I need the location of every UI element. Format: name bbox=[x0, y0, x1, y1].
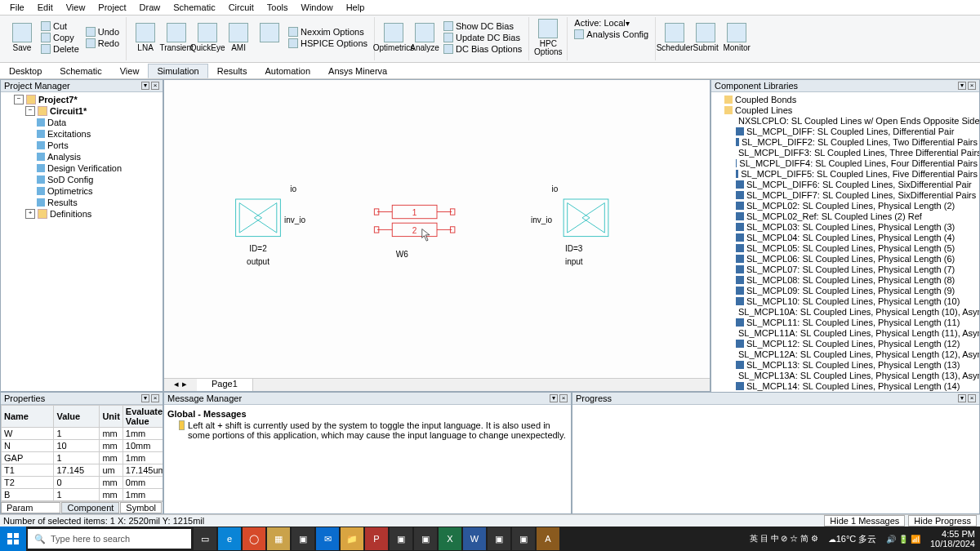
table-row[interactable]: B1mm1mm bbox=[2, 489, 163, 501]
cell[interactable]: T1 bbox=[2, 464, 54, 477]
library-item[interactable]: SL_MCPL_DIFF3: SL Coupled Lines, Three D… bbox=[736, 147, 978, 158]
scheduler-button[interactable]: Scheduler bbox=[659, 17, 690, 58]
taskbar-app-icon[interactable]: ▣ bbox=[414, 527, 437, 550]
taskbar-app-icon[interactable]: P bbox=[365, 527, 388, 550]
library-item[interactable]: SL_MCPL13: SL Coupled Lines, Physical Le… bbox=[736, 359, 978, 370]
cell[interactable]: 1 bbox=[54, 428, 100, 440]
redo-button[interactable]: Redo bbox=[84, 38, 121, 49]
cell[interactable]: mm bbox=[100, 477, 122, 489]
menu-window[interactable]: Window bbox=[295, 2, 340, 13]
library-item[interactable]: SL_MCPL_DIFF: SL Coupled Lines, Differen… bbox=[736, 126, 978, 136]
taskbar-app-icon[interactable]: X bbox=[439, 527, 461, 550]
hspice-options-button[interactable]: HSPICE Options bbox=[287, 38, 369, 49]
cell[interactable]: mm bbox=[100, 452, 122, 464]
cell[interactable]: 10 bbox=[54, 440, 100, 452]
library-item[interactable]: SL_MCPL11: SL Coupled Lines, Physical Le… bbox=[736, 317, 978, 327]
props-tab-param[interactable]: Param Values bbox=[1, 502, 60, 513]
submit-button[interactable]: Submit bbox=[690, 17, 721, 58]
close-icon[interactable]: × bbox=[151, 394, 159, 402]
taskbar-app-icon[interactable]: ▣ bbox=[512, 527, 535, 550]
nexxim-options-button[interactable]: Nexxim Options bbox=[287, 26, 369, 38]
ami-button[interactable]: AMI bbox=[223, 17, 254, 58]
tab-automation[interactable]: Automation bbox=[256, 64, 319, 78]
hpc-options-button[interactable]: HPC Options bbox=[532, 17, 564, 58]
tree-data[interactable]: Data bbox=[37, 117, 161, 128]
pin-icon[interactable]: ▾ bbox=[550, 394, 558, 402]
cell[interactable]: 0 bbox=[54, 477, 100, 489]
quickeye-button[interactable]: QuickEye bbox=[192, 17, 223, 58]
tab-desktop[interactable]: Desktop bbox=[0, 64, 51, 78]
menu-circuit[interactable]: Circuit bbox=[222, 2, 261, 13]
start-button[interactable] bbox=[0, 527, 26, 551]
ime-indicator[interactable]: 英 目 中 ⊘ ☆ 简 ⚙ bbox=[745, 533, 823, 544]
library-item[interactable]: SL_MCPL12A: SL Coupled Lines, Physical L… bbox=[736, 349, 978, 359]
cut-button[interactable]: Cut bbox=[39, 20, 81, 32]
col-value[interactable]: Value bbox=[54, 406, 100, 428]
library-item[interactable]: SL_MCPL12: SL Coupled Lines, Physical Le… bbox=[736, 338, 978, 349]
taskbar-app-icon[interactable]: ▦ bbox=[267, 527, 290, 550]
library-item[interactable]: SL_MCPL_DIFF7: SL Coupled Lines, SixDiff… bbox=[736, 189, 978, 200]
library-item[interactable]: SL_MCPL02: SL Coupled Lines, Physical Le… bbox=[736, 200, 978, 211]
table-row[interactable]: GAP1mm1mm bbox=[2, 452, 163, 464]
analyze-button[interactable]: Analyze bbox=[409, 17, 440, 58]
weather-widget[interactable]: ☁ 16°C 多云 bbox=[823, 533, 882, 545]
definitions-node[interactable]: Definitions bbox=[25, 208, 161, 220]
library-item[interactable]: SL_MCPL08: SL Coupled Lines, Physical Le… bbox=[736, 274, 978, 285]
cell[interactable]: 1mm bbox=[122, 452, 163, 464]
schematic-canvas[interactable]: io inv_io ID=2 output 1 2 W6 bbox=[164, 80, 710, 378]
message-group[interactable]: Global - Messages bbox=[167, 409, 247, 419]
tab-simulation[interactable]: Simulation bbox=[148, 64, 207, 78]
menu-schematic[interactable]: Schematic bbox=[167, 2, 221, 13]
table-row[interactable]: T117.145um17.145um bbox=[2, 464, 163, 477]
cell[interactable]: B bbox=[2, 489, 54, 501]
hide-messages-button[interactable]: Hide 1 Messages bbox=[824, 515, 905, 527]
library-item[interactable]: SL_MCPL_DIFF2: SL Coupled Lines, Two Dif… bbox=[736, 136, 978, 147]
cell[interactable]: 0mm bbox=[122, 477, 163, 489]
props-tab-component[interactable]: Component bbox=[61, 502, 119, 513]
tree-optimetrics[interactable]: Optimetrics bbox=[37, 185, 161, 197]
close-icon[interactable]: × bbox=[968, 82, 976, 90]
table-row[interactable]: W1mm1mm bbox=[2, 428, 163, 440]
monitor-button[interactable]: Monitor bbox=[721, 17, 752, 58]
analysis-config-button[interactable]: Analysis Config bbox=[572, 29, 650, 40]
taskbar-app-icon[interactable]: e bbox=[218, 527, 241, 550]
taskbar-app-icon[interactable]: 📁 bbox=[341, 527, 363, 550]
pin-icon[interactable]: ▾ bbox=[958, 394, 966, 402]
cell[interactable]: mm bbox=[100, 428, 122, 440]
cell[interactable]: mm bbox=[100, 489, 122, 501]
library-item[interactable]: SL_MCPL10: SL Coupled Lines, Physical Le… bbox=[736, 295, 978, 306]
sim-expand-button[interactable] bbox=[254, 17, 285, 58]
tab-view[interactable]: View bbox=[111, 64, 149, 78]
hide-progress-button[interactable]: Hide Progress bbox=[908, 515, 977, 527]
col-unit[interactable]: Unit bbox=[100, 406, 122, 428]
menu-project[interactable]: Project bbox=[91, 2, 132, 13]
cell[interactable]: N bbox=[2, 440, 54, 452]
cell[interactable]: 1mm bbox=[122, 428, 163, 440]
cell[interactable]: 17.145 bbox=[54, 464, 100, 477]
library-item[interactable]: SL_MCPL_DIFF5: SL Coupled Lines, Five Di… bbox=[736, 168, 978, 179]
tab-schematic[interactable]: Schematic bbox=[51, 64, 110, 78]
properties-table[interactable]: Name Value Unit Evaluated Value W1mm1mmN… bbox=[1, 405, 163, 501]
library-item[interactable]: SL_MCPL09: SL Coupled Lines, Physical Le… bbox=[736, 285, 978, 295]
library-item[interactable]: SL_MCPL10A: SL Coupled Lines, Physical L… bbox=[736, 306, 978, 317]
cell[interactable]: W bbox=[2, 428, 54, 440]
update-dc-bias-button[interactable]: Update DC Bias bbox=[442, 32, 523, 43]
save-button[interactable]: Save bbox=[7, 17, 38, 58]
library-item[interactable]: SL_MCPL03: SL Coupled Lines, Physical Le… bbox=[736, 221, 978, 232]
library-item[interactable]: SL_MCPL_DIFF4: SL Coupled Lines, Four Di… bbox=[736, 158, 978, 168]
project-root[interactable]: Project7* bbox=[14, 94, 161, 105]
library-item[interactable]: SL_MCPL_DIFF6: SL Coupled Lines, SixDiff… bbox=[736, 179, 978, 189]
cell[interactable]: mm bbox=[100, 440, 122, 452]
pin-icon[interactable]: ▾ bbox=[141, 394, 149, 402]
copy-button[interactable]: Copy bbox=[39, 32, 81, 43]
taskbar-app-icon[interactable]: A bbox=[537, 527, 559, 550]
taskbar-search[interactable]: 🔍 Type here to search bbox=[28, 529, 191, 549]
undo-button[interactable]: Undo bbox=[84, 26, 121, 38]
tab-results[interactable]: Results bbox=[208, 64, 256, 78]
close-icon[interactable]: × bbox=[151, 82, 159, 90]
close-icon[interactable]: × bbox=[968, 394, 976, 402]
show-dc-bias-checkbox[interactable]: Show DC Bias bbox=[442, 20, 523, 32]
system-tray[interactable]: 🔊 🔋 📶 bbox=[881, 535, 925, 544]
taskbar-app-icon[interactable]: ✉ bbox=[316, 527, 339, 550]
dc-bias-options-button[interactable]: DC Bias Options bbox=[442, 43, 523, 55]
